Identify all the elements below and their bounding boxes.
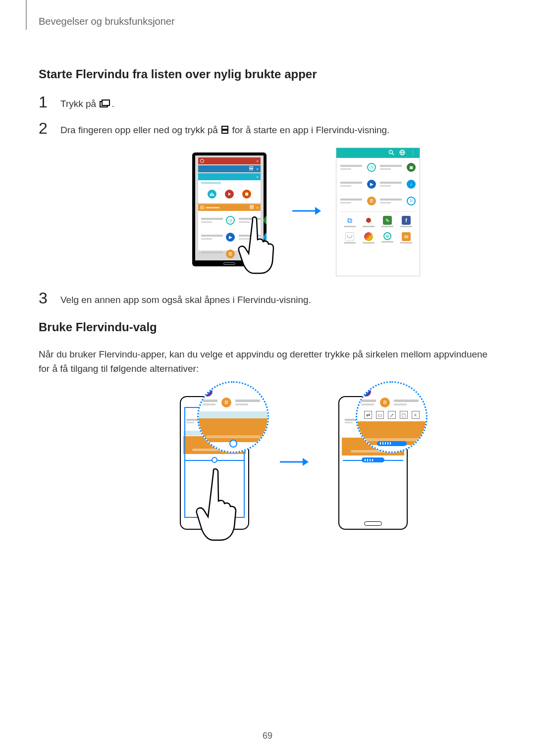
step-2-text-b: for å starte en app i Flervindu-visning. bbox=[232, 125, 389, 135]
video-icon: ▶ bbox=[367, 180, 376, 189]
browser-icon: ⊕ bbox=[383, 232, 391, 240]
multiwindow-toolbar: ⇄ ▭ ⤢ ▢ × bbox=[362, 410, 422, 420]
svg-rect-4 bbox=[250, 167, 253, 168]
drag-icon: ▭ bbox=[376, 411, 384, 419]
svg-marker-21 bbox=[303, 458, 309, 466]
evernote-icon: ✎ bbox=[383, 216, 392, 225]
section-heading-start-multiwindow: Starte Flervindu fra listen over nylig b… bbox=[39, 67, 499, 81]
app-icon bbox=[242, 190, 251, 199]
figure-recent-apps-to-picker: × × × bbox=[108, 148, 499, 276]
figure-multiwindow-handle: 🖹 ▶ bbox=[88, 386, 499, 540]
close-icon: × bbox=[412, 411, 420, 419]
step-2: 2 Dra fingeren opp eller ned og trykk på… bbox=[39, 120, 499, 138]
split-handle-circle bbox=[229, 440, 237, 448]
magnifier-circle: ▶ 🖹 ⇄ ▭ ⤢ ▢ × bbox=[356, 381, 428, 453]
files-icon: 🖹 bbox=[221, 398, 231, 407]
minimize-icon: ▢ bbox=[400, 411, 408, 419]
video-icon: ▶ bbox=[203, 387, 213, 397]
maximize-icon: ⤢ bbox=[388, 411, 396, 419]
arrow-right-icon bbox=[279, 456, 309, 470]
magnifier-circle: ▶ 🖹 bbox=[197, 381, 269, 453]
figure-phone-handle-after: 🖹 ⇄ ▭ ⤢ ▢ × bbox=[333, 386, 413, 540]
page-number: 69 bbox=[263, 731, 272, 741]
svg-rect-12 bbox=[250, 207, 253, 209]
step-2-text-a: Dra fingeren opp eller ned og trykk på bbox=[60, 125, 218, 135]
svg-line-16 bbox=[392, 153, 394, 155]
svg-rect-3 bbox=[222, 130, 228, 133]
hand-pointer-illustration bbox=[232, 215, 281, 281]
chrome-icon bbox=[364, 232, 373, 241]
step-number: 1 bbox=[39, 94, 52, 110]
step-3: 3 Velg en annen app som også skal åpnes … bbox=[39, 290, 499, 307]
files-icon: 🖹 bbox=[380, 398, 390, 407]
step-3-text: Velg en annen app som også skal åpnes i … bbox=[60, 290, 311, 307]
svg-rect-2 bbox=[222, 126, 228, 129]
clock-icon: ◷ bbox=[367, 163, 376, 172]
dropbox-icon: ⧉ bbox=[345, 216, 354, 225]
video-icon: ▶ bbox=[361, 387, 371, 397]
recent-apps-icon bbox=[100, 98, 110, 112]
step-number: 3 bbox=[39, 290, 52, 306]
split-handle-bar bbox=[362, 457, 384, 462]
step-1-text-b: . bbox=[111, 99, 114, 109]
svg-rect-6 bbox=[210, 194, 211, 196]
figure-phone-handle-before: 🖹 ▶ bbox=[175, 386, 254, 540]
svg-rect-7 bbox=[212, 193, 213, 196]
facebook-icon: f bbox=[402, 216, 411, 225]
page-margin-rule bbox=[26, 0, 27, 30]
gallery-icon: ▣ bbox=[407, 163, 416, 172]
step-1-text-a: Trykk på bbox=[60, 99, 96, 109]
apps-icon: ⠿ bbox=[407, 197, 416, 205]
record-icon bbox=[364, 216, 373, 225]
mail-icon: ✉ bbox=[402, 232, 411, 241]
figure-recent-apps-tablet: × × × bbox=[187, 148, 276, 276]
step-1: 1 Trykk på . bbox=[39, 94, 499, 111]
svg-marker-14 bbox=[315, 207, 321, 215]
chapter-header: Bevegelser og bruksfunksjoner bbox=[39, 16, 175, 27]
split-handle-bar bbox=[377, 441, 407, 446]
globe-icon bbox=[399, 150, 405, 156]
hand-pointer-illustration bbox=[190, 468, 244, 550]
split-handle-circle bbox=[212, 457, 217, 463]
step-number: 2 bbox=[39, 120, 52, 136]
figure-app-picker-panel: ⋮ ◷ ▣ ▶ ♪ 🖹 ⠿ ⧉ ✎ f ⊕ bbox=[336, 148, 420, 276]
svg-rect-8 bbox=[213, 194, 214, 196]
multiwindow-split-icon bbox=[249, 166, 253, 171]
music-icon: ♪ bbox=[407, 180, 416, 189]
more-icon: ⋮ bbox=[410, 150, 416, 156]
section-heading-multiwindow-options: Bruke Flervindu-valg bbox=[39, 320, 499, 334]
multiwindow-options-paragraph: Når du bruker Flervindu-apper, kan du ve… bbox=[39, 347, 499, 376]
svg-rect-5 bbox=[250, 169, 253, 170]
svg-rect-11 bbox=[250, 205, 253, 207]
app-icon bbox=[345, 232, 354, 241]
svg-marker-9 bbox=[228, 193, 231, 196]
multiwindow-split-icon bbox=[221, 124, 228, 138]
app-icon bbox=[208, 190, 216, 199]
files-icon: 🖹 bbox=[367, 197, 376, 205]
svg-point-15 bbox=[389, 151, 393, 154]
arrow-right-icon bbox=[291, 205, 321, 219]
app-icon bbox=[225, 190, 234, 199]
svg-rect-1 bbox=[102, 100, 109, 105]
search-icon bbox=[388, 150, 394, 156]
swap-icon: ⇄ bbox=[364, 411, 372, 419]
svg-rect-10 bbox=[245, 193, 248, 196]
multiwindow-split-icon bbox=[250, 205, 254, 210]
